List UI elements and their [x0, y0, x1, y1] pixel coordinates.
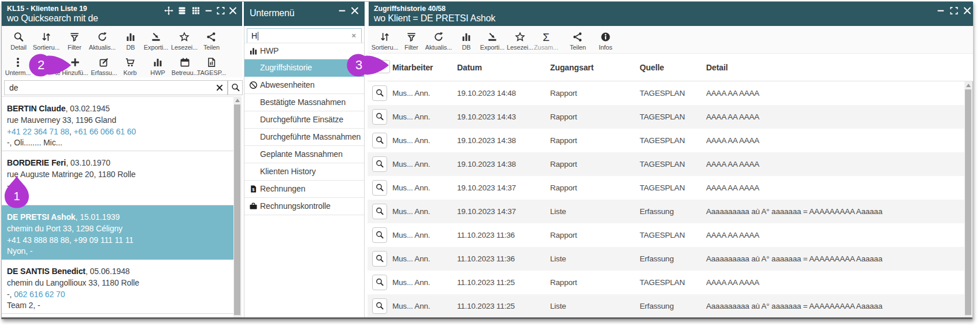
cell-quelle: TAGESPLAN [640, 223, 685, 247]
cell-datum: 19.10.2023 14:37 [457, 200, 516, 223]
client-phone-link[interactable]: +41 43 888 88 88, +99 09 111 11 11 [7, 235, 133, 245]
client-phone-link[interactable]: 062 616 62 70 [14, 290, 65, 299]
row-detail-button[interactable] [372, 109, 387, 125]
doc-icon [191, 57, 232, 69]
row-detail-button[interactable] [372, 275, 387, 290]
maximize-icon[interactable] [949, 6, 959, 16]
row-detail-button[interactable] [372, 133, 387, 148]
cell-mitarbeiter: Mus... Ann. [392, 81, 430, 105]
stack-icon[interactable] [177, 6, 187, 16]
clear-search-icon[interactable] [216, 84, 224, 92]
table-row[interactable]: Mus... Ann.19.10.2023 14:38RapportTAGESP… [368, 152, 964, 176]
column-header-detail[interactable]: Detail [706, 54, 728, 81]
toolbar-button-infos[interactable]: Infos [585, 26, 626, 51]
search-icon [375, 303, 384, 312]
submenu-item-besttigtemassnahmen[interactable]: Bestätigte Massnahmen [244, 94, 364, 111]
submenu-window-header: Untermenü [244, 2, 365, 26]
submenu-item-label: HWP [260, 46, 279, 55]
window-subtitle: wo Quicksearch mit de [7, 13, 98, 24]
row-detail-button[interactable] [372, 251, 387, 267]
close-icon[interactable] [963, 6, 972, 16]
access-history-toolbar: Sortieru...FilterAktualis...DBExporti...… [368, 26, 973, 54]
search-icon [375, 280, 384, 288]
quicksearch-input[interactable]: de [4, 80, 228, 95]
row-detail-button[interactable] [372, 180, 387, 196]
submenu-item-geplantemassnahmen[interactable]: Geplante Massnahmen [244, 146, 364, 163]
client-list-item[interactable]: BORDERIE Feri, 03.10.1970rue Auguste Mat… [2, 151, 233, 205]
search-icon [375, 162, 384, 170]
minimize-icon[interactable] [337, 6, 347, 16]
row-detail-button[interactable] [372, 204, 387, 219]
table-row[interactable]: Mus... Ann.11.10.2023 11:25ListeErfassun… [368, 294, 964, 317]
grid-icon[interactable] [191, 6, 201, 16]
minimize-icon[interactable] [204, 6, 214, 16]
row-detail-button[interactable] [372, 156, 387, 172]
submenu-item-label: Durchgeführte Massnahmen [260, 132, 361, 141]
access-history-window-header: Zugriffshistorie 40/58 wo Klient = DE PR… [369, 2, 973, 26]
client-list-item[interactable]: DE SANTIS Benedict, 05.06.1948chemin du … [2, 260, 233, 314]
cell-datum: 11.10.2023 11:36 [457, 223, 515, 247]
toolbar-button-teilen[interactable]: Teilen [191, 26, 232, 51]
row-detail-button[interactable] [372, 85, 387, 101]
table-row[interactable]: Mus... Ann.11.10.2023 11:25RapportTAGESP… [368, 271, 964, 294]
column-header-datum[interactable]: Datum [457, 54, 482, 81]
row-detail-button[interactable] [372, 227, 387, 243]
cell-zugangsart: Rapport [550, 271, 577, 294]
cell-datum: 19.10.2023 14:37 [457, 176, 516, 200]
client-phone-link[interactable]: +61 66 066 61 60 [73, 127, 136, 136]
client-footer: - [7, 192, 229, 203]
search-button[interactable] [228, 80, 243, 95]
svg-text:2: 2 [38, 58, 44, 72]
close-icon[interactable] [350, 6, 360, 16]
cell-quelle: TAGESPLAN [640, 105, 685, 129]
table-row[interactable]: Mus... Ann.19.10.2023 14:43RapportTAGESP… [368, 105, 964, 129]
search-icon [375, 114, 384, 123]
client-name-line: DE SANTIS Benedict, 05.06.1948 [7, 266, 229, 278]
client-list-item[interactable]: BERTIN Claude, 03.02.1945rue Mauverney 3… [2, 97, 233, 151]
window-title: Zugriffshistorie 40/58 [374, 5, 446, 13]
submenu-search-input[interactable]: H × [247, 28, 362, 43]
table-row[interactable]: Mus... Ann.11.10.2023 11:36RapportTAGESP… [368, 223, 964, 247]
submenu-item-rechnungen[interactable]: $Rechnungen [244, 181, 364, 198]
submenu-item-durchgefhrteeinstze[interactable]: Durchgeführte Einsätze [244, 111, 364, 129]
submenu-item-klientenhistory[interactable]: Klienten History [244, 163, 364, 181]
cell-zugangsart: Rapport [550, 81, 577, 105]
screenshot: KL15 - Klienten Liste 19 wo Quicksearch … [0, 0, 980, 326]
client-phone-link[interactable]: +41 22 364 71 88 [7, 127, 69, 136]
client-list-scrollbar[interactable] [233, 96, 242, 317]
cell-quelle: TAGESPLAN [640, 176, 685, 200]
row-detail-button[interactable] [372, 298, 387, 314]
close-icon[interactable] [228, 6, 238, 16]
table-row[interactable]: Mus... Ann.11.10.2023 11:36ListeErfassun… [368, 247, 964, 271]
clear-search-icon[interactable]: × [351, 29, 356, 43]
client-name: DE PRETSI Ashok [7, 212, 76, 222]
cell-quelle: TAGESPLAN [640, 129, 685, 152]
cell-detail: AAAA AA AAAA [706, 81, 759, 105]
table-body: Mus... Ann.19.10.2023 14:48RapportTAGESP… [368, 81, 964, 317]
client-name: DE SANTIS Benedict [7, 267, 86, 276]
scrollbar-thumb[interactable] [965, 89, 971, 315]
submenu-item-rechnungskontrolle[interactable]: Rechnungskontrolle [244, 198, 364, 215]
column-header-mitarbeiter[interactable]: Mitarbeiter [392, 54, 433, 81]
move-icon[interactable] [164, 6, 174, 16]
client-search-row: de [2, 77, 242, 96]
cell-zugangsart: Liste [550, 247, 566, 271]
client-list-toolbar-top: DetailSortieru...FilterAktualis...DBExpo… [2, 26, 242, 54]
minimize-icon[interactable] [936, 6, 946, 16]
submenu-item-durchgefhrtemassnahmen[interactable]: Durchgeführte Massnahmen [244, 129, 364, 146]
table-scrollbar[interactable] [964, 81, 972, 317]
table-row[interactable]: Mus... Ann.19.10.2023 14:38RapportTAGESP… [368, 129, 964, 152]
column-header-zugangsart[interactable]: Zugangsart [550, 54, 593, 81]
scrollbar-thumb[interactable] [234, 104, 240, 315]
table-row[interactable]: Mus... Ann.19.10.2023 14:37ListeErfassun… [368, 200, 964, 223]
cell-mitarbeiter: Mus... Ann. [392, 294, 430, 317]
column-header-quelle[interactable]: Quelle [640, 54, 664, 81]
invoice-icon: $ [248, 184, 258, 194]
table-row[interactable]: Mus... Ann.19.10.2023 14:37RapportTAGESP… [368, 176, 964, 200]
maximize-icon[interactable] [216, 6, 226, 16]
cell-detail: Aaaaaaaaaa aù A° aaaaaaa = AAAAAAAAA Aaa… [706, 294, 882, 317]
submenu-item-abwesenheiten[interactable]: Abwesenheiten [244, 77, 364, 94]
client-list-item[interactable]: DE PRETSI Ashok, 15.01.1939chemin du Por… [2, 205, 233, 260]
table-row[interactable]: Mus... Ann.19.10.2023 14:48RapportTAGESP… [368, 81, 964, 105]
toolbar-button-tagesp[interactable]: TAGESP... [191, 54, 232, 76]
